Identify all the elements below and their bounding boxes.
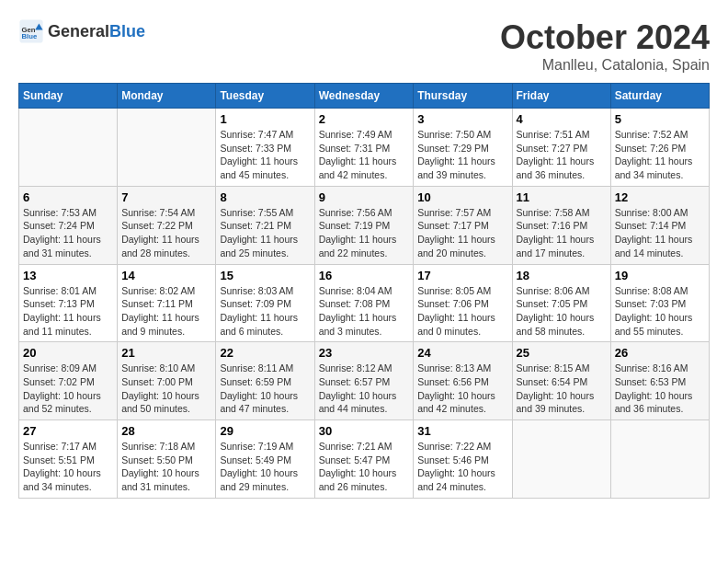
month-title: October 2024 <box>500 18 710 57</box>
day-number: 31 <box>417 424 507 438</box>
day-info: Sunrise: 7:49 AM Sunset: 7:31 PM Dayligh… <box>319 128 410 182</box>
day-number: 24 <box>417 346 507 360</box>
day-number: 2 <box>319 112 410 126</box>
calendar-cell: 31 Sunrise: 7:22 AM Sunset: 5:46 PM Dayl… <box>414 420 512 499</box>
day-info: Sunrise: 8:11 AM Sunset: 6:59 PM Dayligh… <box>220 362 310 416</box>
calendar-cell: 19 Sunrise: 8:08 AM Sunset: 7:03 PM Dayl… <box>610 264 709 342</box>
day-number: 26 <box>615 346 705 360</box>
calendar-table: SundayMondayTuesdayWednesdayThursdayFrid… <box>18 83 710 499</box>
day-number: 1 <box>220 112 310 126</box>
day-number: 5 <box>615 112 705 126</box>
weekday-header-thursday: Thursday <box>414 84 512 109</box>
day-number: 30 <box>319 424 410 438</box>
day-number: 19 <box>615 269 705 282</box>
page-header: Gen Blue GeneralBlue October 2024 Manlle… <box>18 18 710 74</box>
logo-icon: Gen Blue <box>18 18 44 44</box>
day-info: Sunrise: 8:02 AM Sunset: 7:11 PM Dayligh… <box>121 284 211 339</box>
day-info: Sunrise: 7:21 AM Sunset: 5:47 PM Dayligh… <box>319 440 410 494</box>
day-info: Sunrise: 7:18 AM Sunset: 5:50 PM Dayligh… <box>121 440 211 494</box>
calendar-cell: 29 Sunrise: 7:19 AM Sunset: 5:49 PM Dayl… <box>216 420 314 499</box>
calendar-cell: 7 Sunrise: 7:54 AM Sunset: 7:22 PM Dayli… <box>118 186 216 264</box>
calendar-cell <box>19 109 118 187</box>
calendar-week-2: 6 Sunrise: 7:53 AM Sunset: 7:24 PM Dayli… <box>19 186 710 264</box>
day-info: Sunrise: 8:08 AM Sunset: 7:03 PM Dayligh… <box>615 284 705 339</box>
calendar-cell: 24 Sunrise: 8:13 AM Sunset: 6:56 PM Dayl… <box>414 342 512 420</box>
day-number: 3 <box>417 112 507 126</box>
calendar-cell: 21 Sunrise: 8:10 AM Sunset: 7:00 PM Dayl… <box>118 342 216 420</box>
day-info: Sunrise: 8:15 AM Sunset: 6:54 PM Dayligh… <box>517 362 607 416</box>
day-number: 9 <box>319 190 410 204</box>
weekday-header-saturday: Saturday <box>610 84 709 109</box>
calendar-cell: 14 Sunrise: 8:02 AM Sunset: 7:11 PM Dayl… <box>118 264 216 342</box>
day-info: Sunrise: 8:01 AM Sunset: 7:13 PM Dayligh… <box>23 284 113 339</box>
calendar-cell: 30 Sunrise: 7:21 AM Sunset: 5:47 PM Dayl… <box>314 420 414 499</box>
day-number: 18 <box>517 269 607 282</box>
calendar-week-3: 13 Sunrise: 8:01 AM Sunset: 7:13 PM Dayl… <box>19 264 710 342</box>
day-number: 14 <box>121 269 211 282</box>
day-info: Sunrise: 7:56 AM Sunset: 7:19 PM Dayligh… <box>319 206 410 260</box>
weekday-header-wednesday: Wednesday <box>314 84 414 109</box>
calendar-cell: 27 Sunrise: 7:17 AM Sunset: 5:51 PM Dayl… <box>19 420 118 499</box>
day-number: 28 <box>121 424 211 438</box>
day-number: 6 <box>23 190 113 204</box>
day-info: Sunrise: 7:55 AM Sunset: 7:21 PM Dayligh… <box>220 206 310 260</box>
weekday-header-row: SundayMondayTuesdayWednesdayThursdayFrid… <box>19 84 710 109</box>
day-info: Sunrise: 8:03 AM Sunset: 7:09 PM Dayligh… <box>220 284 310 339</box>
logo: Gen Blue GeneralBlue <box>18 18 145 44</box>
calendar-cell: 11 Sunrise: 7:58 AM Sunset: 7:16 PM Dayl… <box>512 186 610 264</box>
calendar-cell: 22 Sunrise: 8:11 AM Sunset: 6:59 PM Dayl… <box>216 342 314 420</box>
day-number: 7 <box>121 190 211 204</box>
calendar-cell: 20 Sunrise: 8:09 AM Sunset: 7:02 PM Dayl… <box>19 342 118 420</box>
day-info: Sunrise: 8:09 AM Sunset: 7:02 PM Dayligh… <box>23 362 113 416</box>
day-number: 8 <box>220 190 310 204</box>
calendar-cell: 26 Sunrise: 8:16 AM Sunset: 6:53 PM Dayl… <box>610 342 709 420</box>
day-info: Sunrise: 8:06 AM Sunset: 7:05 PM Dayligh… <box>517 284 607 339</box>
calendar-cell: 9 Sunrise: 7:56 AM Sunset: 7:19 PM Dayli… <box>314 186 414 264</box>
calendar-cell: 16 Sunrise: 8:04 AM Sunset: 7:08 PM Dayl… <box>314 264 414 342</box>
day-number: 12 <box>615 190 705 204</box>
calendar-cell: 23 Sunrise: 8:12 AM Sunset: 6:57 PM Dayl… <box>314 342 414 420</box>
day-info: Sunrise: 7:51 AM Sunset: 7:27 PM Dayligh… <box>517 128 607 182</box>
calendar-cell: 12 Sunrise: 8:00 AM Sunset: 7:14 PM Dayl… <box>610 186 709 264</box>
day-info: Sunrise: 8:12 AM Sunset: 6:57 PM Dayligh… <box>319 362 410 416</box>
day-number: 22 <box>220 346 310 360</box>
calendar-cell: 17 Sunrise: 8:05 AM Sunset: 7:06 PM Dayl… <box>414 264 512 342</box>
calendar-cell: 1 Sunrise: 7:47 AM Sunset: 7:33 PM Dayli… <box>216 109 314 187</box>
day-info: Sunrise: 7:19 AM Sunset: 5:49 PM Dayligh… <box>220 440 310 494</box>
day-info: Sunrise: 7:58 AM Sunset: 7:16 PM Dayligh… <box>517 206 607 260</box>
svg-text:Blue: Blue <box>22 32 38 40</box>
calendar-cell: 15 Sunrise: 8:03 AM Sunset: 7:09 PM Dayl… <box>216 264 314 342</box>
calendar-cell: 5 Sunrise: 7:52 AM Sunset: 7:26 PM Dayli… <box>610 109 709 187</box>
calendar-cell: 3 Sunrise: 7:50 AM Sunset: 7:29 PM Dayli… <box>414 109 512 187</box>
day-number: 21 <box>121 346 211 360</box>
calendar-cell: 4 Sunrise: 7:51 AM Sunset: 7:27 PM Dayli… <box>512 109 610 187</box>
location-title: Manlleu, Catalonia, Spain <box>500 57 710 74</box>
day-info: Sunrise: 8:16 AM Sunset: 6:53 PM Dayligh… <box>615 362 705 416</box>
day-info: Sunrise: 8:05 AM Sunset: 7:06 PM Dayligh… <box>417 284 507 339</box>
weekday-header-monday: Monday <box>118 84 216 109</box>
day-info: Sunrise: 8:10 AM Sunset: 7:00 PM Dayligh… <box>121 362 211 416</box>
calendar-cell: 28 Sunrise: 7:18 AM Sunset: 5:50 PM Dayl… <box>118 420 216 499</box>
day-info: Sunrise: 7:50 AM Sunset: 7:29 PM Dayligh… <box>417 128 507 182</box>
calendar-week-5: 27 Sunrise: 7:17 AM Sunset: 5:51 PM Dayl… <box>19 420 710 499</box>
calendar-cell <box>610 420 709 499</box>
calendar-cell: 18 Sunrise: 8:06 AM Sunset: 7:05 PM Dayl… <box>512 264 610 342</box>
weekday-header-sunday: Sunday <box>19 84 118 109</box>
calendar-header: SundayMondayTuesdayWednesdayThursdayFrid… <box>19 84 710 109</box>
day-info: Sunrise: 7:53 AM Sunset: 7:24 PM Dayligh… <box>23 206 113 260</box>
calendar-cell: 25 Sunrise: 8:15 AM Sunset: 6:54 PM Dayl… <box>512 342 610 420</box>
calendar-cell: 6 Sunrise: 7:53 AM Sunset: 7:24 PM Dayli… <box>19 186 118 264</box>
day-info: Sunrise: 7:22 AM Sunset: 5:46 PM Dayligh… <box>417 440 507 494</box>
day-number: 23 <box>319 346 410 360</box>
day-number: 20 <box>23 346 113 360</box>
day-number: 13 <box>23 269 113 282</box>
calendar-cell: 2 Sunrise: 7:49 AM Sunset: 7:31 PM Dayli… <box>314 109 414 187</box>
day-number: 17 <box>417 269 507 282</box>
day-info: Sunrise: 8:00 AM Sunset: 7:14 PM Dayligh… <box>615 206 705 260</box>
day-number: 25 <box>517 346 607 360</box>
weekday-header-tuesday: Tuesday <box>216 84 314 109</box>
logo-text-blue: Blue <box>109 22 145 40</box>
day-info: Sunrise: 8:13 AM Sunset: 6:56 PM Dayligh… <box>417 362 507 416</box>
day-number: 10 <box>417 190 507 204</box>
calendar-cell: 13 Sunrise: 8:01 AM Sunset: 7:13 PM Dayl… <box>19 264 118 342</box>
